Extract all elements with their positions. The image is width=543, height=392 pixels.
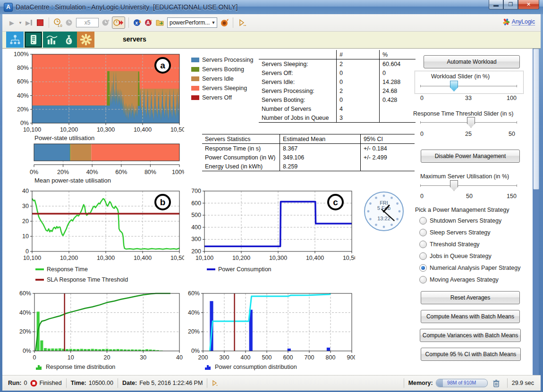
radio-shutdown-strategy[interactable]: [419, 217, 427, 225]
table-row: Energy Used (in kWh)8.259: [202, 162, 415, 171]
font-size-icon[interactable]: A+: [144, 17, 154, 28]
experiment-combobox[interactable]: powerPerform... ▼: [167, 17, 217, 28]
svg-text:40: 40: [22, 188, 29, 194]
compute-ci-button[interactable]: Compute 95 % CI with Batch Means: [421, 348, 521, 361]
memory-bar[interactable]: 98M of 910M: [436, 379, 488, 387]
table-row: Servers Booting:00.428: [259, 95, 416, 104]
scrollbar-thumb[interactable]: [533, 49, 539, 190]
money-bag-icon: €: [63, 34, 75, 45]
date-label: Date:: [122, 380, 137, 386]
speed-up-icon[interactable]: +: [101, 17, 111, 28]
radio-moving-label: Moving Averages Strategy: [430, 276, 499, 283]
svg-text:600: 600: [191, 200, 201, 207]
svg-text:10,200: 10,200: [60, 126, 78, 133]
tab-costs[interactable]: €: [60, 32, 77, 48]
svg-text:400: 400: [241, 354, 251, 361]
rt-min-label: 0: [420, 131, 424, 137]
svg-text:+: +: [107, 18, 110, 23]
real-time-scale-icon[interactable]: 1.0: [52, 17, 63, 28]
vertical-scrollbar[interactable]: [533, 49, 539, 375]
tab-settings[interactable]: [77, 32, 94, 48]
radio-numerical-analysis-strategy[interactable]: [419, 264, 427, 272]
maximize-button[interactable]: ❐: [503, 0, 518, 9]
run-state: Finished: [39, 380, 61, 386]
util-min-label: 0: [420, 193, 424, 200]
tab-statistics[interactable]: [43, 32, 60, 48]
svg-text:€: €: [67, 39, 70, 44]
histogram-icon: [35, 364, 43, 370]
virtual-time-toggle[interactable]: [112, 17, 125, 29]
reset-averages-button[interactable]: Reset Averages: [421, 291, 520, 304]
rt-threshold-slider-thumb[interactable]: [467, 117, 475, 128]
radio-sleep-strategy[interactable]: [419, 229, 427, 236]
tab-servers[interactable]: [25, 32, 42, 48]
speed-input[interactable]: x5: [76, 18, 99, 27]
slow-down-icon[interactable]: [64, 17, 74, 28]
tab-model-structure[interactable]: [6, 32, 24, 48]
svg-text:0: 0: [25, 248, 29, 255]
table-row: Response Time (in s)8.367+/- 0.184: [202, 144, 415, 153]
svg-text:10,500: 10,500: [170, 255, 184, 261]
close-button[interactable]: ✕: [518, 0, 539, 9]
date-value: Feb 5, 2016 1:22:46 PM: [139, 380, 203, 386]
rt-value-label: 25: [465, 131, 472, 137]
time-label: Time:: [71, 380, 86, 386]
navigate-up-icon[interactable]: [155, 17, 165, 28]
memory-label: Memory:: [408, 380, 433, 386]
svg-text:600: 600: [283, 354, 293, 361]
anylogic-app-icon: A: [4, 3, 13, 12]
rt-max-label: 50: [509, 131, 515, 137]
run-hint-icon[interactable]: [212, 380, 218, 386]
compute-means-button[interactable]: Compute Means with Batch Means: [421, 310, 520, 323]
table-row: Power Consumption (in W)349.106+/- 2.499: [202, 153, 415, 162]
workload-slider-track[interactable]: [420, 86, 517, 86]
svg-text:10,100: 10,100: [23, 255, 41, 261]
radio-jobs-in-queue-strategy[interactable]: [419, 252, 427, 260]
svg-text:40%: 40%: [188, 309, 200, 316]
minimize-button[interactable]: ▬: [489, 0, 503, 9]
radio-threshold-strategy[interactable]: [419, 241, 427, 248]
server-icon: [28, 34, 39, 45]
compute-variances-button[interactable]: Compute Variances with Batch Means: [420, 329, 521, 342]
svg-text:40%: 40%: [86, 169, 98, 175]
radio-sleep-label: Sleep Servers Strategy: [430, 229, 491, 236]
server-state-table: # % Servers Sleeping:260.604 Servers Off…: [259, 50, 416, 123]
workload-min-label: 0: [420, 95, 424, 101]
radio-moving-averages-strategy[interactable]: [419, 276, 427, 284]
svg-text:+: +: [150, 18, 153, 23]
svg-text:0%: 0%: [20, 120, 29, 126]
svg-text:10,400: 10,400: [134, 255, 152, 261]
svg-text:10,300: 10,300: [97, 126, 115, 133]
anylogic-home-link[interactable]: AnyLogic: [502, 18, 535, 26]
stop-button[interactable]: [35, 17, 45, 28]
svg-text:900: 900: [347, 354, 355, 361]
automate-workload-button[interactable]: Automate Workload: [424, 55, 520, 68]
legend-item: Power consumption distribution: [204, 364, 297, 370]
step-button[interactable]: ▶: [24, 17, 34, 28]
svg-text:10,100: 10,100: [23, 126, 41, 133]
chart-a-badge: a: [154, 57, 171, 74]
mean-power-state-bar: 0%20%40%60%80%100%: [3, 142, 184, 179]
svg-text:10,100: 10,100: [195, 255, 213, 261]
garbage-collect-icon[interactable]: [492, 379, 500, 387]
svg-text:40%: 40%: [19, 309, 31, 316]
export-excel-icon[interactable]: x: [132, 17, 143, 28]
run-button[interactable]: ▶: [7, 17, 17, 28]
run-dropdown-icon[interactable]: ▼: [18, 17, 23, 28]
table-row: Servers Idle:014.288: [259, 77, 416, 86]
idle-swatch: [191, 76, 199, 81]
svg-text:300: 300: [220, 354, 229, 361]
simulation-clock: FRI 5 Feb 13:22: [363, 190, 405, 233]
disable-power-management-button[interactable]: Disable Power Management: [421, 150, 520, 163]
run-configuration-icon[interactable]: [219, 17, 229, 28]
view-tabstrip: € servers: [2, 32, 541, 49]
svg-text:1.0: 1.0: [58, 24, 62, 27]
legend-item: Power Consumption: [207, 266, 272, 273]
clock-time: 13:22: [377, 216, 390, 221]
chart-icon: [46, 34, 58, 45]
max-utilisation-slider-track[interactable]: [420, 185, 517, 186]
getting-started-icon[interactable]: [237, 17, 247, 28]
booting-swatch: [191, 67, 199, 72]
max-utilisation-slider-thumb[interactable]: [450, 180, 458, 191]
svg-text:200: 200: [191, 248, 201, 255]
